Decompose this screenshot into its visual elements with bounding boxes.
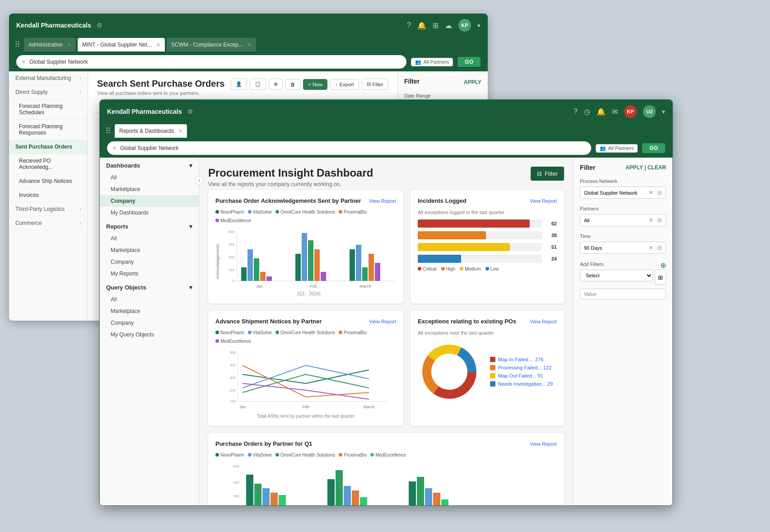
view-report-exceptions[interactable]: View Report (530, 319, 557, 324)
sidebar-item-dash-company[interactable]: Company (100, 195, 199, 207)
sidebar-item-rep-my[interactable]: My Reports (100, 268, 199, 280)
view-report-asn[interactable]: View Report (369, 319, 396, 324)
help-icon[interactable]: ? (574, 107, 578, 116)
svg-point-43 (434, 356, 465, 387)
filter-button[interactable]: ⊟ Filter (362, 79, 388, 90)
icon-btn-4[interactable]: 🗑 (285, 79, 300, 90)
nav-forecast-responses[interactable]: Forecast Planning Responses (9, 120, 88, 140)
nav-commerce[interactable]: Commerce › (9, 216, 88, 230)
nav-direct-supply[interactable]: Direct Supply › (9, 85, 88, 99)
chevron-down-icon: ▾ (189, 284, 192, 291)
exception-link-4[interactable]: Needs Investigation... 29 (498, 381, 553, 387)
high-value: 38 (546, 233, 557, 238)
chevron-down-icon: ▾ (189, 223, 192, 230)
tab-mint[interactable]: MINT - Global Supplier Net... ✕ (78, 38, 165, 51)
sidebar-section-query[interactable]: Query Objects ▾ (100, 280, 199, 294)
go-button[interactable]: GO (457, 57, 481, 67)
notification-icon[interactable]: 🔔 (417, 21, 426, 30)
sidebar-item-dash-my[interactable]: My Dashboards (100, 207, 199, 219)
sidebar-item-rep-marketplace[interactable]: Marketplace (100, 244, 199, 256)
sidebar-item-dash-all[interactable]: All (100, 172, 199, 183)
nav-received-po[interactable]: Recieved PO Acknowledg... (9, 154, 88, 174)
sidebar-item-rep-all[interactable]: All (100, 233, 199, 244)
clear-filter-link[interactable]: CLEAR (648, 164, 666, 171)
fg-search-input[interactable]: ✕ Global Supplier Network (107, 141, 591, 155)
sidebar-item-qry-all[interactable]: All (100, 294, 199, 305)
nav-external-mfg[interactable]: External Manufacturing › (9, 71, 88, 85)
nav-invoices[interactable]: Invoices (9, 188, 88, 202)
user-avatar[interactable]: KP (458, 19, 471, 32)
tab-scwm[interactable]: SCWM - Compliance Excep... ✕ (167, 38, 256, 51)
icon-btn-1[interactable]: 👤 (231, 79, 247, 90)
legend-map-in: Map In Failed.... 276 (490, 357, 553, 362)
export-button[interactable]: ↑ Export (330, 79, 359, 90)
apps-icon[interactable]: ⊞ (433, 21, 439, 30)
sidebar-item-qry-marketplace[interactable]: Marketplace (100, 305, 199, 317)
grid-icon[interactable]: ⊞ (657, 189, 662, 196)
apply-filter-link[interactable]: APPLY (625, 164, 643, 171)
partner-badge[interactable]: 👥 All Partners (411, 58, 453, 66)
tab-close-icon[interactable]: ✕ (178, 128, 182, 134)
add-filter-select[interactable]: Select (580, 270, 653, 281)
fg-partner-badge[interactable]: 👥 All Partners (596, 144, 638, 153)
time-chip[interactable]: 90 Days ✕ ⊞ (580, 242, 666, 254)
exception-link-1[interactable]: Map In Failed.... 276 (498, 357, 543, 362)
sidebar-item-rep-company[interactable]: Company (100, 256, 199, 268)
dashboard-header: Procurement Insight Dashboard View all t… (208, 167, 564, 187)
apply-button[interactable]: APPLY (464, 79, 481, 85)
chip-x-icon[interactable]: ✕ (649, 189, 653, 196)
nav-sent-po[interactable]: Sent Purchase Orders (9, 140, 88, 154)
nav-3pl[interactable]: Third-Party Logistics › (9, 202, 88, 216)
icon-btn-2[interactable]: 📋 (250, 79, 266, 90)
mail-icon[interactable]: ✉ (612, 107, 618, 116)
tab-close-icon[interactable]: ✕ (67, 42, 71, 48)
user-avatar-fg[interactable]: KP (624, 105, 637, 118)
help-icon[interactable]: ? (407, 21, 411, 29)
card-po-ack-title: Purchase Order Acknowledgements Sent by … (215, 197, 361, 204)
process-network-chip[interactable]: Global Supplier Network ✕ ⊞ (580, 187, 666, 199)
svg-rect-48 (246, 475, 253, 506)
svg-text:300: 300 (233, 494, 240, 498)
tab-reports-dashboards[interactable]: Reports & Dashboards ✕ (115, 124, 187, 138)
view-report-po-ack[interactable]: View Report (369, 198, 396, 204)
new-label: New (313, 82, 322, 87)
partners-chip[interactable]: All ✕ ⊞ (580, 214, 666, 226)
cloud-icon[interactable]: ☁ (445, 21, 452, 30)
tab-close-icon[interactable]: ✕ (247, 42, 252, 48)
fg-go-button[interactable]: GO (642, 143, 665, 153)
dashboard-filter-button[interactable]: ⊟ Filter (531, 167, 564, 181)
user-avatar2-fg[interactable]: U2 (643, 105, 656, 118)
nav-forecast-schedules[interactable]: Forecast Planning Schedules (9, 99, 88, 120)
tab-administration[interactable]: Administration ✕ (24, 38, 76, 51)
sidebar-section-dashboards[interactable]: Dashboards ▾ (100, 158, 199, 172)
view-report-incidents[interactable]: View Report (530, 198, 557, 204)
sidebar-collapse-btn[interactable]: ‹ (195, 176, 204, 185)
chip-x-icon[interactable]: ✕ (649, 244, 653, 251)
user-menu-chevron[interactable]: ▾ (477, 22, 481, 29)
bg-header: Kendall Pharmaceuticals ⚙ ? 🔔 ⊞ ☁ KP ▾ (9, 14, 488, 37)
svg-text:400: 400 (230, 363, 236, 367)
grid-icon[interactable]: ⊞ (657, 244, 662, 251)
sidebar-section-reports[interactable]: Reports ▾ (100, 219, 199, 233)
icon-btn-3[interactable]: ⊕ (269, 79, 283, 90)
nav-asn[interactable]: Advance Ship Notices (9, 174, 88, 188)
notification-icon[interactable]: 🔔 (597, 107, 606, 116)
sidebar-item-dash-marketplace[interactable]: Marketplace (100, 183, 199, 195)
view-report-po-partner[interactable]: View Report (530, 441, 557, 447)
user-menu-chevron[interactable]: ▾ (662, 108, 665, 115)
tab-close-icon[interactable]: ✕ (156, 42, 160, 48)
new-button[interactable]: + New (303, 79, 327, 90)
activity-icon[interactable]: ◷ (584, 107, 590, 116)
export-icon: ↑ (335, 82, 338, 87)
add-filter-plus-icon[interactable]: ⊕ (660, 261, 666, 270)
sidebar-item-qry-my[interactable]: My Query Objects (100, 329, 199, 341)
fg-tab-bar: ⠿ Reports & Dashboards ✕ (100, 123, 672, 139)
add-filter-grid-btn[interactable]: ⊞ (655, 270, 666, 285)
bg-search-input-container[interactable]: ✕ Global Supplier Network (16, 55, 406, 69)
exception-link-2[interactable]: Processing Failed... 122 (498, 365, 551, 370)
grid-icon[interactable]: ⊞ (657, 217, 662, 224)
chip-x-icon[interactable]: ✕ (649, 217, 653, 224)
sidebar-item-qry-company[interactable]: Company (100, 317, 199, 329)
exception-link-3[interactable]: Map Out Failed... 91 (498, 373, 543, 378)
filter-value-input[interactable] (580, 289, 666, 299)
